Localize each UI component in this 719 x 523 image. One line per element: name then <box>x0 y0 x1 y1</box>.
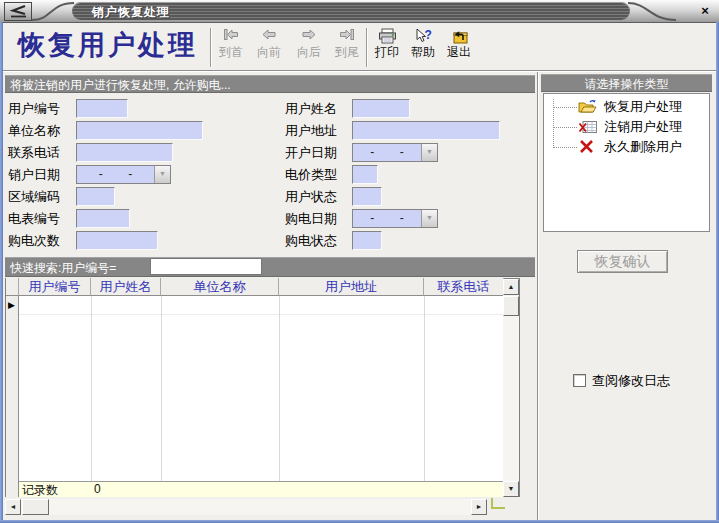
purchase-date-combo[interactable]: - - ▼ <box>352 209 438 228</box>
tree-connector <box>553 107 577 109</box>
col-header-user-name[interactable]: 用户姓名 <box>91 278 161 296</box>
col-header-address[interactable]: 用户地址 <box>279 278 424 296</box>
unit-name-label: 单位名称 <box>8 121 60 140</box>
panel-divider <box>537 72 539 520</box>
grid-column-line <box>279 296 280 497</box>
user-name-input[interactable] <box>352 99 410 118</box>
scroll-right-icon[interactable]: ► <box>471 499 487 515</box>
meter-id-label: 电表编号 <box>8 209 60 228</box>
grid-footer-row <box>19 481 504 497</box>
scroll-up-icon[interactable]: ▲ <box>503 279 519 295</box>
price-type-input[interactable] <box>352 165 378 184</box>
vscroll-thumb[interactable] <box>503 296 519 316</box>
purchase-count-label: 购电次数 <box>8 231 60 250</box>
current-record-icon: ▶ <box>8 300 15 310</box>
open-date-combo[interactable]: - - ▼ <box>352 143 438 162</box>
close-date-combo[interactable]: - - ▼ <box>76 165 171 184</box>
delete-x-icon <box>578 139 598 154</box>
record-count-label: 记录数 <box>22 482 58 499</box>
grid-column-line <box>161 296 162 497</box>
exit-button[interactable]: 退出 <box>440 28 478 70</box>
close-icon[interactable]: × <box>696 2 714 20</box>
user-status-label: 用户状态 <box>285 187 337 206</box>
nav-next-label: 向后 <box>290 46 328 59</box>
window-title: 销户恢复处理 <box>92 4 170 21</box>
record-count-value: 0 <box>94 482 101 496</box>
close-date-value: - - <box>77 166 154 183</box>
tree-item-restore-user[interactable]: 恢复用户处理 <box>604 97 682 117</box>
nav-prev-label: 向前 <box>250 46 288 59</box>
user-address-input[interactable] <box>352 121 500 140</box>
form-section-header: 将被注销的用户进行恢复处理, 允许购电... <box>5 75 535 93</box>
svg-text:?: ? <box>424 28 431 42</box>
grid-column-line <box>424 296 425 497</box>
selector-header-cell <box>6 278 19 296</box>
region-code-label: 区域编码 <box>8 187 60 206</box>
nav-prev-button[interactable]: 向前 <box>250 28 288 70</box>
cancel-user-icon <box>578 119 598 134</box>
user-name-label: 用户姓名 <box>285 99 337 118</box>
user-id-input[interactable] <box>76 99 128 118</box>
col-header-phone[interactable]: 联系电话 <box>424 278 504 296</box>
last-record-icon <box>328 28 366 45</box>
col-header-user-id[interactable]: 用户编号 <box>19 278 91 296</box>
nav-last-label: 到尾 <box>328 46 366 59</box>
purchase-status-input[interactable] <box>352 231 382 250</box>
unit-name-input[interactable] <box>76 121 203 140</box>
contact-phone-input[interactable] <box>76 143 173 162</box>
chevron-down-icon[interactable]: ▼ <box>421 144 437 161</box>
contact-phone-label: 联系电话 <box>8 143 60 162</box>
region-code-input[interactable] <box>76 187 115 206</box>
nav-next-button[interactable]: 向后 <box>290 28 328 70</box>
view-log-checkbox[interactable] <box>573 374 586 387</box>
print-label: 打印 <box>368 46 406 59</box>
user-address-label: 用户地址 <box>285 121 337 140</box>
help-label: 帮助 <box>404 46 442 59</box>
price-type-label: 电价类型 <box>285 165 337 184</box>
quick-search-input[interactable] <box>150 258 262 275</box>
exit-label: 退出 <box>440 46 478 59</box>
tree-connector <box>553 147 577 149</box>
grid-hscrollbar[interactable] <box>5 499 487 515</box>
open-folder-icon <box>578 99 598 114</box>
title-bar: 销户恢复处理 × <box>0 0 719 23</box>
app-window: 销户恢复处理 × 恢复用户处理 到首 向前 向后 <box>0 0 719 523</box>
records-grid <box>5 278 520 497</box>
user-status-input[interactable] <box>352 187 382 206</box>
purchase-date-label: 购电日期 <box>285 209 337 228</box>
chevron-down-icon[interactable]: ▼ <box>154 166 170 183</box>
nav-last-button[interactable]: 到尾 <box>328 28 366 70</box>
view-log-checkbox-label: 查阅修改日志 <box>592 372 670 390</box>
print-button[interactable]: 打印 <box>368 28 406 70</box>
scroll-left-icon[interactable]: ◄ <box>5 499 21 515</box>
printer-icon <box>368 28 406 45</box>
help-cursor-icon: ? <box>404 28 442 45</box>
window-frame-left <box>0 22 3 523</box>
grid-column-line <box>91 296 92 497</box>
scroll-down-icon[interactable]: ▼ <box>503 481 519 497</box>
tree-item-delete-user[interactable]: 永久删除用户 <box>604 137 682 157</box>
close-date-label: 销户日期 <box>8 165 60 184</box>
tree-connector <box>553 127 577 129</box>
open-date-label: 开户日期 <box>285 143 337 162</box>
next-record-icon <box>290 28 328 45</box>
exit-icon <box>440 28 478 45</box>
help-button[interactable]: ? 帮助 <box>404 28 442 70</box>
col-header-unit-name[interactable]: 单位名称 <box>161 278 279 296</box>
hscroll-thumb[interactable] <box>22 499 49 515</box>
user-id-label: 用户编号 <box>8 99 60 118</box>
app-logo-icon <box>4 2 32 21</box>
meter-id-input[interactable] <box>76 209 130 228</box>
purchase-status-label: 购电状态 <box>285 231 337 250</box>
purchase-count-input[interactable] <box>76 231 158 250</box>
restore-confirm-button[interactable]: 恢复确认 <box>577 250 668 273</box>
nav-first-label: 到首 <box>212 46 250 59</box>
tree-item-cancel-user[interactable]: 注销用户处理 <box>604 117 682 137</box>
purchase-date-value: - - <box>353 210 421 227</box>
chevron-down-icon[interactable]: ▼ <box>421 210 437 227</box>
quick-search-label: 快速搜索:用户编号= <box>10 261 116 275</box>
record-selector-column <box>6 296 19 497</box>
nav-first-button[interactable]: 到首 <box>212 28 250 70</box>
open-date-value: - - <box>353 144 421 161</box>
toolbar-divider <box>0 70 719 72</box>
